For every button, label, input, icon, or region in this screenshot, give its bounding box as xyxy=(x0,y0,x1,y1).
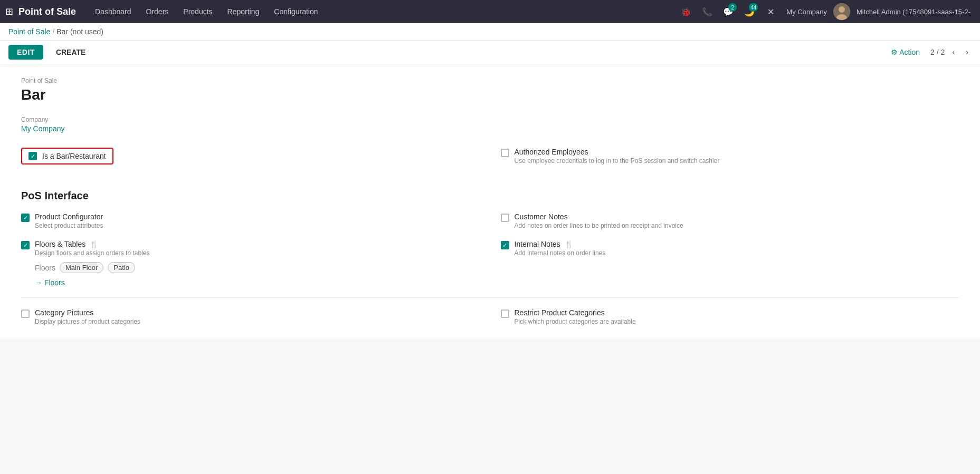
authorized-employees-desc: Use employee credentials to log in to th… xyxy=(515,157,720,165)
nav-orders[interactable]: Orders xyxy=(140,0,175,23)
app-title[interactable]: Point of Sale xyxy=(18,6,76,17)
floors-link[interactable]: → Floors xyxy=(35,278,149,287)
pagination: 2 / 2 ‹ › xyxy=(930,45,972,59)
record-title: Bar xyxy=(21,86,959,103)
bottom-checkboxes: Category Pictures Display pictures of pr… xyxy=(21,308,959,325)
record-module-label: Point of Sale xyxy=(21,77,959,84)
floors-tables-desc: Design floors and assign orders to table… xyxy=(35,249,149,257)
floors-label: Floors xyxy=(35,264,55,272)
floor-tag-main[interactable]: Main Floor xyxy=(60,262,103,273)
product-configurator-label: Product Configurator xyxy=(35,212,103,221)
product-configurator-checkbox[interactable] xyxy=(21,214,30,222)
moon-badge: 44 xyxy=(749,3,758,12)
pos-interface-title: PoS Interface xyxy=(21,190,959,202)
edit-button[interactable]: EDIT xyxy=(8,45,43,60)
restrict-product-categories-checkbox[interactable] xyxy=(501,309,509,318)
company-value[interactable]: My Company xyxy=(21,124,959,133)
category-pictures-label: Category Pictures xyxy=(35,308,140,317)
product-configurator-item[interactable]: Product Configurator Select product attr… xyxy=(21,212,480,229)
nav-dashboard[interactable]: Dashboard xyxy=(89,0,138,23)
avatar[interactable] xyxy=(833,3,850,20)
top-navigation: ⊞ Point of Sale Dashboard Orders Product… xyxy=(0,0,980,23)
restrict-product-categories-desc: Pick which product categories are availa… xyxy=(515,318,636,325)
nav-configuration[interactable]: Configuration xyxy=(268,0,324,23)
internal-notes-item[interactable]: Internal Notes 🍴 Add internal notes on o… xyxy=(501,240,959,287)
floors-tables-item[interactable]: Floors & Tables 🍴 Design floors and assi… xyxy=(21,240,480,287)
company-name[interactable]: My Company xyxy=(782,8,831,16)
bar-restaurant-checkbox[interactable] xyxy=(28,152,37,160)
customer-notes-checkbox[interactable] xyxy=(501,214,509,222)
restrict-product-categories-label: Restrict Product Categories xyxy=(515,308,636,317)
moon-icon[interactable]: 🌙 44 xyxy=(740,2,759,21)
internal-notes-checkbox[interactable] xyxy=(501,241,509,249)
bar-restaurant-wrapper[interactable]: Is a Bar/Restaurant xyxy=(21,148,480,177)
chat-badge: 2 xyxy=(728,3,737,12)
category-pictures-item[interactable]: Category Pictures Display pictures of pr… xyxy=(21,308,480,325)
action-button[interactable]: ⚙ Action xyxy=(884,45,926,60)
floors-tables-label: Floors & Tables 🍴 xyxy=(35,240,149,248)
floors-tables-icon: 🍴 xyxy=(90,240,98,248)
customer-notes-label: Customer Notes xyxy=(515,212,683,221)
svg-point-1 xyxy=(839,6,845,13)
close-icon[interactable]: ✕ xyxy=(761,2,780,21)
record-card: Point of Sale Bar Company My Company Is … xyxy=(8,64,972,338)
product-configurator-desc: Select product attributes xyxy=(35,222,103,229)
top-checkboxes-row: Is a Bar/Restaurant Authorized Employees… xyxy=(21,148,959,177)
next-button[interactable]: › xyxy=(963,45,972,59)
divider xyxy=(21,297,959,298)
category-pictures-checkbox[interactable] xyxy=(21,309,30,318)
breadcrumb-parent[interactable]: Point of Sale xyxy=(8,27,50,36)
customer-notes-desc: Add notes on order lines to be printed o… xyxy=(515,222,683,229)
company-field: Company My Company xyxy=(21,116,959,133)
phone-icon[interactable]: 📞 xyxy=(698,2,717,21)
nav-icons: 🐞 📞 💬 2 🌙 44 ✕ My Company Mitchell Admin… xyxy=(677,2,975,21)
app-grid-icon[interactable]: ⊞ xyxy=(5,6,13,17)
bar-restaurant-label: Is a Bar/Restaurant xyxy=(42,152,106,160)
restrict-product-categories-item[interactable]: Restrict Product Categories Pick which p… xyxy=(501,308,959,325)
pos-interface-checkboxes: Product Configurator Select product attr… xyxy=(21,212,959,287)
authorized-employees-item[interactable]: Authorized Employees Use employee creden… xyxy=(501,148,959,177)
breadcrumb-current: Bar (not used) xyxy=(56,27,103,36)
create-button[interactable]: CREATE xyxy=(47,45,94,60)
internal-notes-label: Internal Notes 🍴 xyxy=(515,240,606,248)
category-pictures-desc: Display pictures of product categories xyxy=(35,318,140,325)
floor-tag-patio[interactable]: Patio xyxy=(108,262,135,273)
prev-button[interactable]: ‹ xyxy=(949,45,958,59)
company-label: Company xyxy=(21,116,959,123)
authorized-employees-label: Authorized Employees xyxy=(515,148,720,156)
bug-icon[interactable]: 🐞 xyxy=(677,2,696,21)
user-name[interactable]: Mitchell Admin (17548091-saas-15-2- xyxy=(852,8,975,16)
chat-icon[interactable]: 💬 2 xyxy=(719,2,738,21)
nav-products[interactable]: Products xyxy=(177,0,218,23)
internal-notes-icon: 🍴 xyxy=(565,240,573,248)
main-content: Point of Sale Bar Company My Company Is … xyxy=(0,64,980,338)
breadcrumb-sep: / xyxy=(52,27,54,36)
floors-tables-checkbox[interactable] xyxy=(21,241,30,249)
authorized-employees-checkbox[interactable] xyxy=(501,149,509,157)
toolbar: EDIT CREATE ⚙ Action 2 / 2 ‹ › xyxy=(0,41,980,64)
pagination-info: 2 / 2 xyxy=(930,48,945,56)
nav-reporting[interactable]: Reporting xyxy=(221,0,266,23)
floors-row: Floors Main Floor Patio xyxy=(35,262,149,273)
breadcrumb: Point of Sale / Bar (not used) xyxy=(0,23,980,41)
internal-notes-desc: Add internal notes on order lines xyxy=(515,249,606,257)
customer-notes-item[interactable]: Customer Notes Add notes on order lines … xyxy=(501,212,959,229)
